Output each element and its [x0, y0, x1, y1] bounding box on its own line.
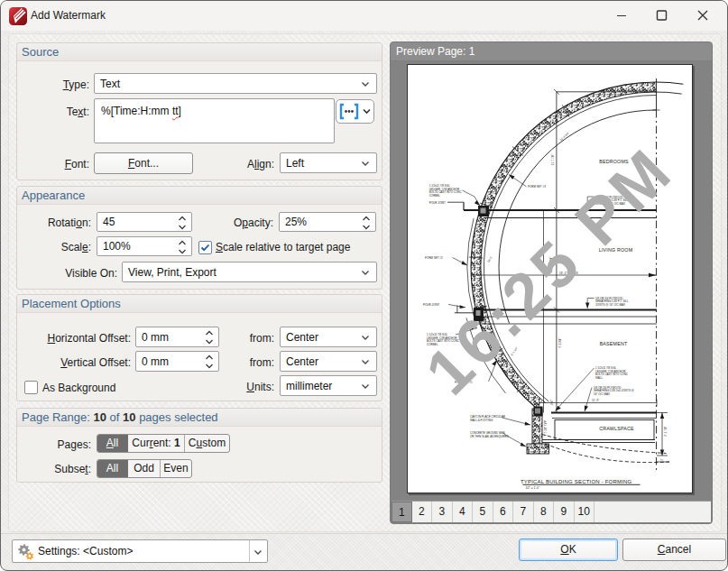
svg-text:POUR JOINT: POUR JOINT — [429, 201, 446, 205]
svg-text:POUR JOINT: POUR JOINT — [423, 303, 439, 307]
svg-text:2': 2' — [660, 458, 664, 461]
svg-text:WALL: WALL — [595, 376, 603, 380]
svg-text:JOISTS @ 16" O/C MAX: JOISTS @ 16" O/C MAX — [595, 303, 625, 307]
svg-text:FORM SET #3: FORM SET #3 — [528, 185, 546, 189]
svg-text:TYPICAL BUILDING SECTION - FOR: TYPICAL BUILDING SECTION - FORMING — [521, 479, 632, 484]
svg-text:OR THIN SLAB, AS REQUIRED: OR THIN SLAB, AS REQUIRED — [470, 435, 510, 438]
svg-text:FORM SET #2: FORM SET #2 — [425, 256, 443, 260]
svg-text:11'-7 7/8": 11'-7 7/8" — [551, 154, 555, 165]
svg-text:CORBEL: CORBEL — [429, 194, 441, 198]
svg-text:1/2" = 1'-0": 1/2" = 1'-0" — [525, 486, 539, 490]
svg-text:16" O/C MAX: 16" O/C MAX — [594, 392, 610, 396]
svg-text:6'-1 7/8": 6'-1 7/8" — [664, 427, 668, 437]
svg-text:WALL & FOOTING: WALL & FOOTING — [470, 419, 493, 422]
svg-text:11'- 8": 11'- 8" — [592, 399, 599, 402]
svg-text:BASEMENT: BASEMENT — [600, 341, 628, 346]
svg-text:3'-0": 3'-0" — [550, 400, 554, 405]
svg-text:CRAWLSPACE: CRAWLSPACE — [599, 426, 634, 431]
svg-text:1'-7 7/8" TYP: 1'-7 7/8" TYP — [544, 420, 548, 437]
svg-text:16:25 PM: 16:25 PM — [412, 134, 687, 409]
svg-text:18'-2": 18'-2" — [486, 255, 493, 263]
svg-text:9'-3 3/4": 9'-3 3/4" — [558, 338, 562, 348]
